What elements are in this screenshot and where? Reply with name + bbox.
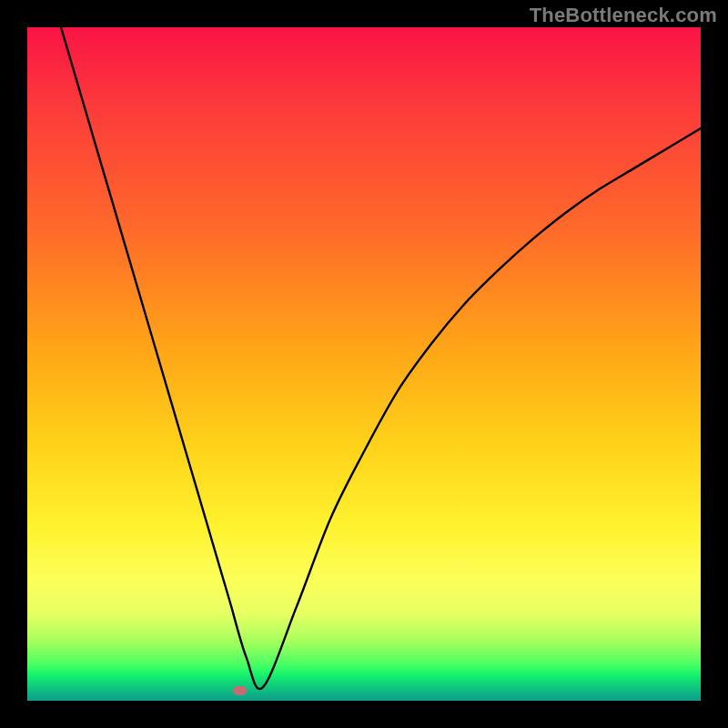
minimum-marker [233, 686, 247, 695]
watermark-text: TheBottleneck.com [530, 4, 717, 27]
curve-layer [27, 27, 701, 701]
plot-area [27, 27, 701, 701]
bottleneck-curve [61, 27, 701, 689]
chart-frame: TheBottleneck.com [0, 0, 728, 728]
